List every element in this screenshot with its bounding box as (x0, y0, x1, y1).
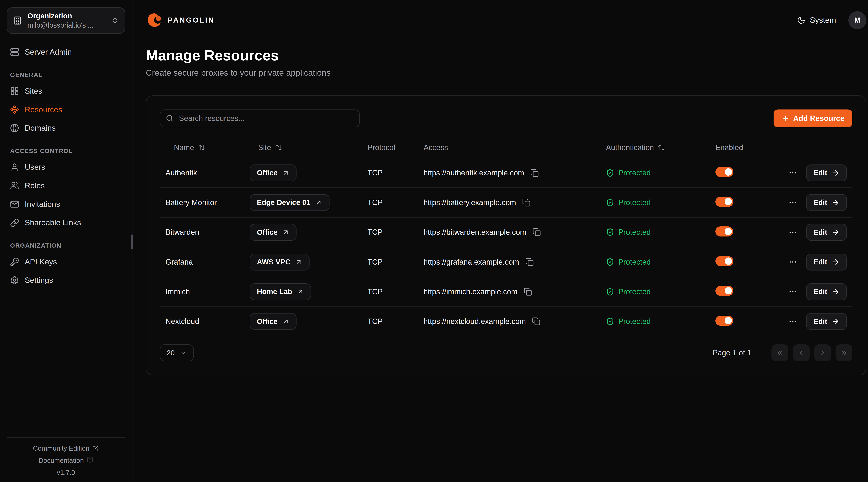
copy-url-button[interactable] (525, 258, 534, 266)
pagination: Page 1 of 1 (713, 345, 852, 361)
page-size-select[interactable]: 20 (160, 345, 194, 361)
column-header-site[interactable]: Site (250, 143, 368, 152)
site-name: Office (257, 169, 278, 177)
table-row: Nextcloud Office TCP https://nextcloud.e… (160, 306, 852, 336)
site-link-button[interactable]: AWS VPC (250, 254, 310, 270)
column-label: Protocol (368, 143, 395, 152)
section-label-access-control: ACCESS CONTROL (10, 148, 122, 155)
brand-name: PANGOLIN (168, 16, 215, 24)
copy-icon (530, 169, 539, 177)
ellipsis-icon (788, 317, 797, 326)
edit-button[interactable]: Edit (806, 254, 847, 270)
copy-url-button[interactable] (532, 317, 540, 325)
sidebar-item-label: Domains (25, 124, 56, 133)
copy-url-button[interactable] (530, 169, 539, 177)
sort-icon (658, 144, 665, 151)
enabled-toggle[interactable] (715, 167, 733, 177)
table-row: Grafana AWS VPC TCP https://grafana.exam… (160, 247, 852, 277)
column-label: Enabled (715, 143, 743, 152)
sidebar-resize-handle[interactable] (131, 234, 133, 249)
brand: PANGOLIN (146, 12, 215, 29)
protocol: TCP (368, 198, 424, 207)
access-url: https://nextcloud.example.com (424, 317, 526, 326)
edit-button[interactable]: Edit (806, 164, 847, 181)
row-menu-button[interactable] (788, 228, 797, 237)
row-menu-button[interactable] (788, 317, 797, 326)
edit-button[interactable]: Edit (806, 283, 847, 300)
auth-status: Protected (618, 317, 651, 326)
org-text: Organization milo@fossorial.io's ... (27, 12, 106, 29)
search-input[interactable] (160, 109, 360, 127)
shield-check-icon (606, 258, 614, 266)
last-page-button[interactable] (836, 345, 852, 361)
shield-check-icon (606, 198, 614, 207)
arrow-up-right-icon (315, 199, 322, 206)
next-page-button[interactable] (814, 345, 831, 361)
copy-icon (522, 198, 530, 207)
enabled-toggle[interactable] (715, 197, 733, 207)
edit-button[interactable]: Edit (806, 224, 847, 240)
theme-toggle-button[interactable]: System (797, 15, 836, 25)
topbar: PANGOLIN System M (132, 0, 868, 40)
sidebar-inner: Organization milo@fossorial.io's ... Ser… (0, 0, 132, 482)
enabled-toggle[interactable] (715, 316, 733, 326)
protocol: TCP (368, 317, 424, 326)
sidebar-item-domains[interactable]: Domains (7, 119, 125, 137)
sidebar-item-shareable-links[interactable]: Shareable Links (7, 214, 125, 232)
column-header-name[interactable]: Name (165, 143, 250, 152)
site-link-button[interactable]: Edge Device 01 (250, 194, 330, 211)
resource-name: Immich (165, 288, 250, 296)
page-title: Manage Resources (146, 47, 866, 64)
access-url: https://authentik.example.com (424, 169, 524, 177)
edit-button[interactable]: Edit (806, 194, 847, 211)
arrow-right-icon (832, 199, 840, 206)
first-page-button[interactable] (772, 345, 788, 361)
copy-url-button[interactable] (522, 198, 530, 207)
sidebar-item-roles[interactable]: Roles (7, 176, 125, 195)
search-box (160, 109, 360, 127)
resource-name: Battery Monitor (165, 198, 250, 207)
site-link-button[interactable]: Home Lab (250, 283, 311, 300)
row-menu-button[interactable] (788, 168, 797, 177)
site-name: Edge Device 01 (257, 198, 310, 207)
arrow-up-right-icon (282, 318, 289, 325)
sidebar-item-api-keys[interactable]: API Keys (7, 252, 125, 271)
page-indicator: Page 1 of 1 (713, 349, 751, 357)
enabled-toggle[interactable] (715, 256, 733, 266)
chevrons-left-icon (776, 349, 784, 357)
community-edition-link[interactable]: Community Edition (33, 445, 99, 452)
sidebar-item-resources[interactable]: Resources (7, 100, 125, 119)
previous-page-button[interactable] (793, 345, 810, 361)
arrow-up-right-icon (282, 169, 289, 176)
ellipsis-icon (788, 287, 797, 296)
copy-url-button[interactable] (524, 288, 532, 296)
sidebar-item-settings[interactable]: Settings (7, 271, 125, 290)
sidebar-item-server-admin[interactable]: Server Admin (7, 43, 125, 61)
chevron-right-icon (819, 349, 827, 357)
page-head: Manage Resources Create secure proxies t… (132, 40, 868, 77)
copy-url-button[interactable] (532, 228, 541, 236)
documentation-label: Documentation (38, 457, 84, 464)
sidebar-item-label: Settings (25, 276, 53, 285)
sidebar-item-users[interactable]: Users (7, 158, 125, 176)
moon-icon (797, 16, 805, 24)
sidebar-item-invitations[interactable]: Invitations (7, 195, 125, 214)
site-link-button[interactable]: Office (250, 164, 297, 181)
row-menu-button[interactable] (788, 198, 797, 207)
site-link-button[interactable]: Office (250, 224, 297, 240)
enabled-toggle[interactable] (715, 226, 733, 236)
org-selector[interactable]: Organization milo@fossorial.io's ... (7, 7, 125, 34)
sidebar-item-sites[interactable]: Sites (7, 82, 125, 100)
edit-button[interactable]: Edit (806, 313, 847, 330)
documentation-link[interactable]: Documentation (38, 457, 93, 464)
chevron-left-icon (797, 349, 805, 357)
avatar[interactable]: M (848, 11, 866, 29)
row-menu-button[interactable] (788, 287, 797, 296)
arrow-up-right-icon (297, 288, 304, 295)
site-link-button[interactable]: Office (250, 313, 297, 330)
add-resource-button[interactable]: Add Resource (774, 109, 852, 127)
enabled-toggle[interactable] (715, 286, 733, 296)
row-menu-button[interactable] (788, 257, 797, 266)
column-header-authentication[interactable]: Authentication (606, 143, 715, 152)
sidebar-item-label: Sites (25, 87, 42, 96)
